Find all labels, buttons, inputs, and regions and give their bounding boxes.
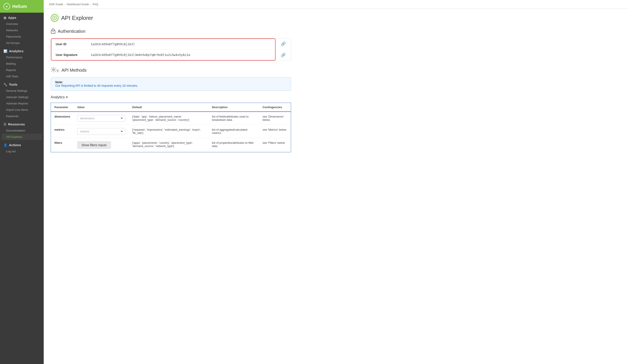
auth-box: User ID 1a2b3c4d5e6f7g8h9i0j1k2l User Si…	[51, 38, 276, 61]
auth-section-title: Authentication	[51, 28, 621, 35]
sidebar-item-adgroups[interactable]: Ad Groups	[0, 40, 44, 46]
sidebar-item-logout[interactable]: Log out	[0, 148, 44, 154]
show-filters-button[interactable]: Show filters Inputs	[77, 141, 111, 149]
sidebar-item-placements[interactable]: Placements	[0, 33, 44, 40]
sidebar-item-overview[interactable]: Overview	[0, 21, 44, 27]
actions-icon: 👤	[3, 143, 7, 147]
sidebar-section-apps: ▣ Apps	[0, 13, 44, 21]
sidebar-item-performance[interactable]: Performance	[0, 54, 44, 61]
svg-point-1	[54, 17, 55, 19]
sidebar-section-analytics-label: Analytics	[9, 49, 24, 53]
app-name: Helium	[12, 4, 27, 9]
sidebar-item-documentation[interactable]: Documentation	[0, 127, 44, 134]
sidebar-section-analytics: 📊 Analytics	[0, 46, 44, 54]
auth-value-userid: 1a2b3c4d5e6f7g8h9i0j1k2l	[91, 42, 271, 46]
col-contingencies: Contingencies	[259, 103, 291, 112]
default-metrics: ['requests', 'impressions', 'estimated_e…	[129, 125, 208, 138]
auth-label-userid: User ID	[56, 42, 91, 46]
value-dimensions: dimensions	[74, 112, 129, 125]
page-title-icon	[51, 14, 59, 22]
table-row: dimensions dimensions ['date', 'app', 'h…	[51, 112, 291, 125]
breadcrumb-item-1[interactable]: SDK Guide	[49, 3, 63, 6]
auth-link-column: 🔗 🔗	[276, 38, 291, 61]
table-row: filters Show filters Inputs ['apps', 'pl…	[51, 138, 291, 152]
sidebar-section-resources-label: Resources	[8, 122, 25, 126]
desc-dimensions: list of fields/attributes used to breakd…	[208, 112, 259, 125]
chevron-down-icon: ▾	[66, 95, 68, 99]
param-metrics: metrics	[51, 125, 74, 138]
apps-icon: ▣	[3, 16, 6, 19]
sidebar-item-general-settings[interactable]: General Settings	[0, 88, 44, 94]
sidebar-section-actions-label: Actions	[9, 143, 21, 147]
api-methods-title: API Methods	[62, 68, 87, 73]
contingencies-metrics: see 'Metrics' below	[259, 125, 291, 138]
sidebar-item-reports[interactable]: Reports	[0, 67, 44, 73]
sidebar-item-bidding[interactable]: Bidding	[0, 61, 44, 67]
page-title: API Explorer	[61, 15, 93, 21]
analytics-icon: 📊	[3, 49, 7, 53]
auth-label-signature: User Signature	[56, 53, 91, 57]
sidebar-item-adomain-reports[interactable]: Adomain Reports	[0, 100, 44, 107]
svg-point-3	[53, 31, 54, 32]
auth-value-signature: 1a2b3c4d5e6f7g8h9i0j1k2l3m4n5o6p7q8r9s0t…	[91, 53, 271, 57]
sidebar-item-import-line-items[interactable]: Import Line Items	[0, 107, 44, 113]
auth-outer-container: User ID 1a2b3c4d5e6f7g8h9i0j1k2l User Si…	[51, 38, 291, 61]
col-parameter: Parameter	[51, 103, 74, 112]
col-value: Value	[74, 103, 129, 112]
sidebar-item-keywords[interactable]: Keywords	[0, 113, 44, 119]
breadcrumb: SDK Guide › Dashboard Guide › FAQ	[44, 0, 628, 9]
dimensions-select[interactable]: dimensions	[77, 115, 125, 122]
content-area: API Explorer Authentication User ID 1a2b…	[44, 9, 628, 364]
lock-icon	[51, 28, 56, 35]
contingencies-filters: see 'Filters' below	[259, 138, 291, 152]
sidebar-item-api-explorer[interactable]: API Explorer	[2, 134, 42, 140]
param-filters: filters	[51, 138, 74, 152]
value-filters: Show filters Inputs	[74, 138, 129, 152]
sidebar-item-adomain-settings[interactable]: Adomain Settings	[0, 94, 44, 100]
app-logo: ●	[3, 3, 10, 10]
api-table: Parameter Value Default Description Cont…	[51, 103, 291, 152]
desc-metrics: list of aggregated/calculated metrics	[208, 125, 259, 138]
value-metrics: metrics	[74, 125, 129, 138]
col-default: Default	[129, 103, 208, 112]
gear-icon	[51, 67, 59, 74]
note-label: Note:	[55, 80, 63, 84]
contingencies-dimensions: see 'Dimensions' below	[259, 112, 291, 125]
sidebar-section-tools-label: Tools	[9, 82, 17, 86]
col-description: Description	[208, 103, 259, 112]
link-icon-userid[interactable]: 🔗	[281, 42, 286, 46]
note-box: Note: Our Reporting API is limited to 40…	[51, 77, 291, 91]
sidebar-section-resources: ☰ Resources	[0, 119, 44, 127]
auth-row-userid: User ID 1a2b3c4d5e6f7g8h9i0j1k2l	[51, 39, 275, 50]
breadcrumb-sep-2: ›	[90, 3, 91, 6]
svg-point-4	[53, 69, 54, 71]
default-filters: ['apps', 'placements', 'country', 'place…	[129, 138, 208, 152]
sidebar-item-networks[interactable]: Networks	[0, 27, 44, 33]
breadcrumb-sep-1: ›	[65, 3, 65, 6]
svg-point-5	[57, 70, 58, 72]
breadcrumb-item-2[interactable]: Dashboard Guide	[67, 3, 89, 6]
sidebar-header: ● Helium	[0, 0, 44, 13]
metrics-select[interactable]: metrics	[77, 128, 125, 135]
default-dimensions: ['date', 'app', 'helium_placement_name',…	[129, 112, 208, 125]
sidebar-item-abtests[interactable]: A/B Tests	[0, 73, 44, 79]
param-dimensions: dimensions	[51, 112, 74, 125]
tools-icon: 🔧	[3, 83, 7, 86]
analytics-label: Analytics	[51, 95, 65, 99]
sidebar-section-apps-label: Apps	[8, 16, 16, 19]
resources-icon: ☰	[3, 123, 6, 126]
table-row: metrics metrics ['requests', 'impression…	[51, 125, 291, 138]
analytics-dropdown[interactable]: Analytics ▾	[51, 95, 621, 99]
sidebar-section-tools: 🔧 Tools	[0, 79, 44, 88]
sidebar-section-actions: 👤 Actions	[0, 140, 44, 148]
desc-filters: list of properties/attributes to filter …	[208, 138, 259, 152]
page-title-row: API Explorer	[51, 14, 621, 22]
link-icon-signature[interactable]: 🔗	[281, 53, 286, 58]
breadcrumb-item-3[interactable]: FAQ	[93, 3, 98, 6]
note-text: Our Reporting API is limited to 40 reque…	[55, 84, 138, 87]
sidebar: ● Helium ▣ Apps Overview Networks Placem…	[0, 0, 44, 364]
auth-row-signature: User Signature 1a2b3c4d5e6f7g8h9i0j1k2l3…	[51, 50, 275, 60]
api-methods-section-title: API Methods	[51, 67, 621, 74]
main-content: SDK Guide › Dashboard Guide › FAQ API Ex…	[44, 0, 628, 364]
auth-title: Authentication	[58, 29, 85, 34]
